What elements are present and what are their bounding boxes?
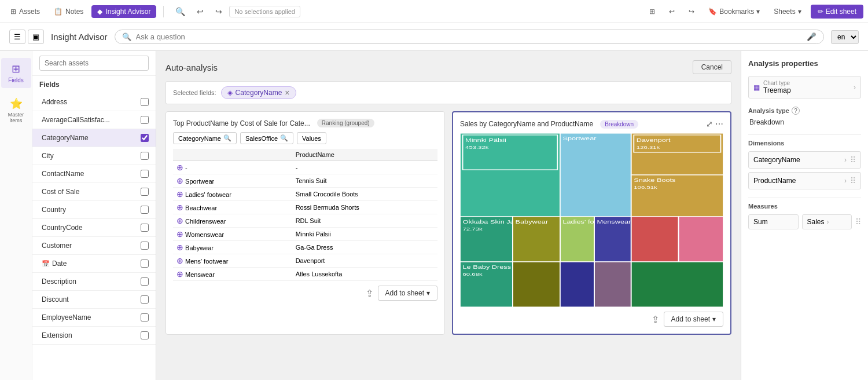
cat-value: - <box>185 165 187 171</box>
field-item-averagecallsatisfac...[interactable]: AverageCallSatisfac... <box>32 111 156 129</box>
rp-chart-type-item[interactable]: ▦ Chart type Treemap › <box>748 76 861 98</box>
filter-values-btn[interactable]: Values <box>297 132 326 144</box>
share-btn-2[interactable]: ⇪ <box>652 314 659 325</box>
tab-assets[interactable]: ⊞ Assets <box>5 5 46 18</box>
chart-title-row-2: Sales by CategoryName and ProductName Br… <box>460 120 638 129</box>
cat-value: Womenswear <box>185 231 224 238</box>
field-name: Customer <box>42 242 72 250</box>
rp-measure-field[interactable]: Sales › <box>802 214 852 229</box>
rp-dim-1[interactable]: CategoryName › ⠿ <box>748 151 861 169</box>
rp-dim-2[interactable]: ProductName › ⠿ <box>748 172 861 189</box>
field-checkbox[interactable] <box>141 331 149 339</box>
remove-field-chip-btn[interactable]: × <box>285 89 289 97</box>
field-item-country[interactable]: Country <box>32 201 156 219</box>
main-layout: ⊞ Fields ⭐ Master items Fields Address <box>0 51 868 380</box>
expand-icon[interactable]: ⊕ <box>176 203 183 212</box>
sidebar-nav-master-items[interactable]: ⭐ Master items <box>1 93 31 128</box>
expand-icon[interactable]: ⊕ <box>176 229 183 239</box>
field-checkbox[interactable] <box>141 242 149 250</box>
expand-icon[interactable]: ⊕ <box>176 256 183 265</box>
mic-btn[interactable]: 🎤 <box>807 32 816 41</box>
field-checkbox[interactable] <box>141 277 149 286</box>
expand-icon[interactable]: ⊕ <box>176 243 183 252</box>
grid-view-btn[interactable]: ⊞ <box>645 5 660 18</box>
filter-chip-category[interactable]: CategoryName 🔍 <box>173 132 237 144</box>
redo-btn[interactable]: ↪ <box>211 5 227 19</box>
share-btn-1[interactable]: ⇪ <box>366 288 373 299</box>
rp-dimensions-section: Dimensions CategoryName › ⠿ ProductName … <box>748 140 861 189</box>
expand-btn-2[interactable]: ⤢ <box>706 119 713 129</box>
filter-chip-salesoffice[interactable]: SalesOffice 🔍 <box>240 132 293 144</box>
rp-measure-agg[interactable]: Sum <box>748 214 799 229</box>
field-item-address[interactable]: Address <box>32 93 156 111</box>
field-chip-icon: ◈ <box>227 89 233 97</box>
panel-toggle-btn1[interactable]: ☰ <box>9 30 25 44</box>
chart-title-2: Sales by CategoryName and ProductName <box>460 120 593 128</box>
field-item-contactname[interactable]: ContactName <box>32 165 156 183</box>
tab-notes[interactable]: 📋 Notes <box>48 5 89 18</box>
treemap-container: WomenswearMinnki Pälsii453.32kSportwearM… <box>460 133 723 307</box>
expand-icon[interactable]: ⊕ <box>176 216 183 225</box>
table-cell-cat: ⊕ Babywear <box>173 241 292 254</box>
field-item-employeename[interactable]: EmployeeName <box>32 309 156 327</box>
field-checkbox[interactable] <box>141 206 149 214</box>
dim-2-label: ProductName <box>753 177 841 185</box>
field-checkbox[interactable] <box>141 188 149 196</box>
dim-1-drag[interactable]: ⠿ <box>850 155 856 165</box>
undo-btn[interactable]: ↩ <box>192 5 208 19</box>
undo-main-btn[interactable]: ↩ <box>664 5 679 18</box>
language-selector[interactable]: en <box>831 30 859 44</box>
chart-header-2: Sales by CategoryName and ProductName Br… <box>460 119 723 129</box>
field-item-description[interactable]: Description <box>32 273 156 291</box>
field-checkbox[interactable] <box>141 295 149 304</box>
field-item-countrycode[interactable]: CountryCode <box>32 219 156 237</box>
more-btn-2[interactable]: ⋯ <box>715 119 723 129</box>
sheets-btn[interactable]: Sheets ▾ <box>769 5 806 18</box>
field-item-discount[interactable]: Discount <box>32 291 156 309</box>
table-cell-product: Small Crocodile Boots <box>292 188 437 201</box>
bookmarks-btn[interactable]: 🔖 Bookmarks ▾ <box>704 5 764 18</box>
field-item-categoryname[interactable]: CategoryName <box>32 129 156 147</box>
expand-icon[interactable]: ⊕ <box>176 269 183 279</box>
panel-toggle-btn2[interactable]: ▣ <box>28 30 44 44</box>
measures-label: Measures <box>748 203 861 210</box>
table-cell-cat: ⊕ Sportwear <box>173 174 292 188</box>
expand-icon[interactable]: ⊕ <box>176 176 183 185</box>
search-input[interactable] <box>136 32 802 41</box>
cat-value: Beachwear <box>185 204 217 211</box>
add-to-sheet-btn-1[interactable]: Add to sheet ▾ <box>378 286 437 301</box>
help-icon[interactable]: ? <box>792 107 800 115</box>
expand-icon[interactable]: ⊕ <box>176 163 183 172</box>
field-item-city[interactable]: City <box>32 147 156 165</box>
svg-text:Babywear: Babywear <box>516 219 549 224</box>
svg-rect-30 <box>560 262 594 307</box>
field-item-cost-of-sale[interactable]: Cost of Sale <box>32 183 156 201</box>
field-checkbox[interactable] <box>141 224 149 232</box>
dim-2-drag[interactable]: ⠿ <box>850 176 856 185</box>
field-checkbox[interactable] <box>141 260 149 268</box>
field-item-date[interactable]: 📅 Date <box>32 255 156 273</box>
zoom-btn[interactable]: 🔍 <box>171 5 190 19</box>
measure-drag[interactable]: ⠿ <box>855 217 861 226</box>
field-checkbox[interactable] <box>141 98 149 106</box>
table-chart: CategoryName 🔍 SalesOffice 🔍 Values <box>173 132 437 281</box>
redo-main-btn[interactable]: ↪ <box>684 5 699 18</box>
cancel-button[interactable]: Cancel <box>693 60 731 74</box>
add-to-sheet-btn-2[interactable]: Add to sheet ▾ <box>664 312 723 327</box>
expand-icon[interactable]: ⊕ <box>176 189 183 199</box>
tab-insight-advisor[interactable]: ◆ Insight Advisor <box>91 5 156 18</box>
rp-chart-type-section: ▦ Chart type Treemap › <box>748 76 861 98</box>
field-checkbox[interactable] <box>141 152 149 160</box>
field-checkbox[interactable] <box>141 134 149 142</box>
field-name: Discount <box>42 295 69 304</box>
field-item-customer[interactable]: Customer <box>32 237 156 255</box>
search-assets-input[interactable] <box>39 56 149 71</box>
field-checkbox[interactable] <box>141 313 149 321</box>
field-item-extension[interactable]: Extension <box>32 327 156 345</box>
sidebar-nav-fields[interactable]: ⊞ Fields <box>1 58 31 88</box>
edit-sheet-btn[interactable]: ✏ Edit sheet <box>811 5 863 19</box>
field-checkbox[interactable] <box>141 116 149 124</box>
search-icon: 🔍 <box>122 32 131 41</box>
cat-value: Sportwear <box>185 178 214 185</box>
field-checkbox[interactable] <box>141 170 149 178</box>
